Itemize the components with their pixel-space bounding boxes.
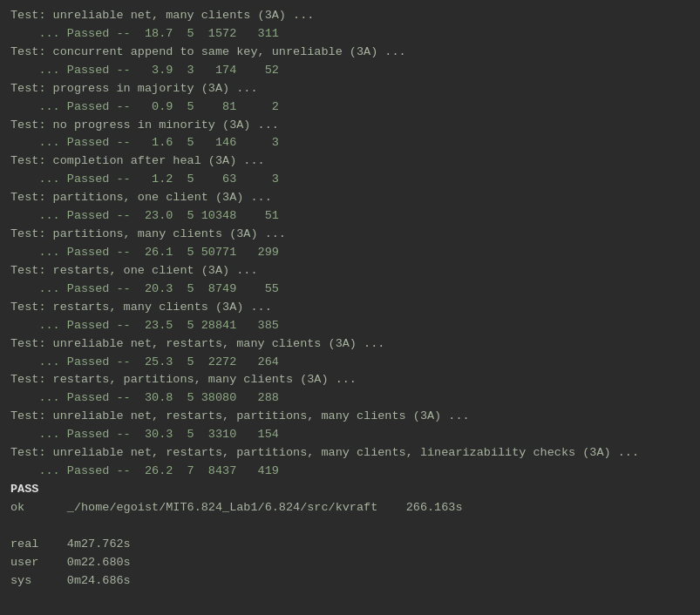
ok-line: ok _/home/egoist/MIT6.824_Lab1/6.824/src… xyxy=(10,499,690,517)
passed-line: ... Passed -- 3.9 3 174 52 xyxy=(10,62,690,80)
test-line: Test: no progress in minority (3A) ... xyxy=(10,117,690,135)
passed-line: ... Passed -- 30.8 5 38080 288 xyxy=(10,389,690,408)
test-line: Test: restarts, partitions, many clients… xyxy=(10,371,690,389)
test-line: Test: partitions, many clients (3A) ... xyxy=(10,226,690,244)
passed-line: ... Passed -- 30.3 5 3310 154 xyxy=(10,426,690,444)
passed-line: ... Passed -- 25.3 5 2272 264 xyxy=(10,354,690,372)
passed-line: ... Passed -- 26.2 7 8437 419 xyxy=(10,463,690,481)
passed-line: ... Passed -- 23.5 5 28841 385 xyxy=(10,317,690,335)
pass-label: PASS xyxy=(10,481,690,499)
passed-line: ... Passed -- 1.2 5 63 3 xyxy=(10,171,690,189)
test-line: Test: restarts, one client (3A) ... xyxy=(10,262,690,280)
timing-line: user 0m22.680s xyxy=(10,554,690,572)
test-line: Test: partitions, one client (3A) ... xyxy=(10,189,690,207)
empty-line xyxy=(10,517,690,536)
passed-line: ... Passed -- 20.3 5 8749 55 xyxy=(10,280,690,299)
test-line: Test: progress in majority (3A) ... xyxy=(10,80,690,98)
passed-line: ... Passed -- 0.9 5 81 2 xyxy=(10,98,690,117)
terminal-output: Test: unreliable net, many clients (3A) … xyxy=(10,7,690,591)
timing-line: real 4m27.762s xyxy=(10,536,690,554)
test-line: Test: unreliable net, restarts, partitio… xyxy=(10,444,690,463)
passed-line: ... Passed -- 23.0 5 10348 51 xyxy=(10,207,690,226)
passed-line: ... Passed -- 18.7 5 1572 311 xyxy=(10,25,690,44)
passed-line: ... Passed -- 26.1 5 50771 299 xyxy=(10,244,690,262)
passed-line: ... Passed -- 1.6 5 146 3 xyxy=(10,134,690,152)
test-line: Test: concurrent append to same key, unr… xyxy=(10,44,690,62)
test-line: Test: unreliable net, restarts, many cli… xyxy=(10,335,690,354)
test-line: Test: unreliable net, many clients (3A) … xyxy=(10,7,690,25)
test-line: Test: completion after heal (3A) ... xyxy=(10,152,690,171)
test-line: Test: restarts, many clients (3A) ... xyxy=(10,299,690,317)
timing-line: sys 0m24.686s xyxy=(10,572,690,591)
test-line: Test: unreliable net, restarts, partitio… xyxy=(10,408,690,426)
